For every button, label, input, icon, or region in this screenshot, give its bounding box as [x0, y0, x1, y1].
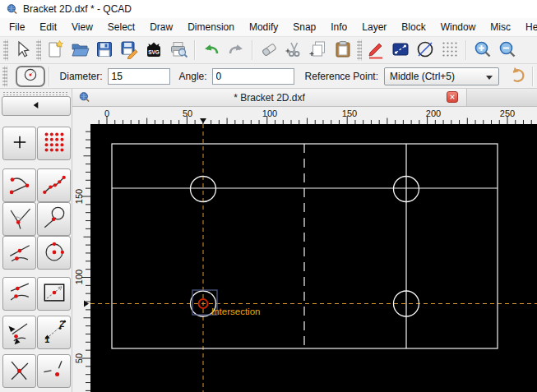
snap-on-entity-button[interactable]	[37, 168, 71, 202]
snap-intersection-manual-icon	[39, 355, 69, 387]
sidebar-collapse-button[interactable]	[2, 96, 71, 116]
document-tab-bar[interactable]: * Bracket 2D.dxf	[72, 89, 537, 107]
open-icon	[70, 39, 90, 62]
open-button[interactable]	[67, 39, 92, 62]
menu-window[interactable]: Window	[433, 19, 484, 35]
snap-perpendicular-button[interactable]	[2, 202, 36, 236]
snap-middle-button[interactable]	[2, 236, 36, 270]
menu-block[interactable]: Block	[394, 19, 433, 35]
snap-auto-button[interactable]	[2, 316, 36, 349]
property-editor-button[interactable]	[363, 39, 388, 62]
window-title: Bracket 2D.dxf * - QCAD	[23, 3, 132, 15]
reset-arrow-icon	[508, 66, 526, 86]
undo-button[interactable]	[199, 39, 224, 62]
horizontal-ruler: 050100150200250	[90, 107, 537, 124]
selection-filter-button[interactable]	[388, 39, 413, 62]
reset-button[interactable]	[506, 66, 529, 87]
snap-grid-button[interactable]	[37, 127, 71, 160]
grid-dots-button[interactable]	[437, 39, 462, 62]
diameter-input[interactable]	[108, 68, 170, 85]
snap-reference-button[interactable]	[37, 277, 71, 311]
svg-export-button[interactable]: SVG	[141, 39, 166, 62]
toolbar-drag-handle[interactable]	[2, 66, 7, 87]
svg-text:200: 200	[426, 108, 441, 118]
cut-button[interactable]	[281, 39, 306, 62]
snap-intersection-button[interactable]	[2, 354, 36, 388]
separator	[532, 67, 534, 86]
reference-point-label: Reference Point:	[305, 71, 378, 82]
snap-center-icon	[39, 237, 69, 269]
cad-snap-sidebar: 12	[0, 89, 72, 392]
menu-help[interactable]: Help	[518, 19, 537, 35]
zoom-out-icon	[498, 39, 517, 62]
toolbar-drag-handle[interactable]	[357, 39, 362, 61]
menu-dimension[interactable]: Dimension	[180, 19, 242, 35]
paste-button[interactable]	[331, 39, 355, 62]
menu-edit[interactable]: Edit	[32, 19, 64, 35]
tab-close-button[interactable]	[447, 91, 458, 103]
snap-distances-icon: 12	[39, 316, 69, 348]
pointer-button[interactable]	[10, 39, 35, 62]
svg-text:2: 2	[59, 319, 64, 329]
toolbar-drag-handle[interactable]	[36, 39, 41, 61]
menu-snap[interactable]: Snap	[285, 19, 323, 35]
draw-circle-button[interactable]	[413, 39, 437, 62]
redo-button[interactable]	[224, 39, 248, 62]
svg-text:250: 250	[500, 108, 515, 118]
pointer-icon	[12, 39, 32, 62]
svg-text:50: 50	[74, 353, 84, 363]
snap-auto-icon	[5, 316, 35, 348]
snap-grid-icon	[39, 127, 69, 159]
snap-tooltip: Intersection	[211, 307, 260, 316]
svg-text:150: 150	[74, 189, 84, 204]
snap-free-button[interactable]	[2, 127, 36, 160]
zoom-in-button[interactable]	[470, 39, 495, 62]
new-file-button[interactable]	[43, 39, 67, 62]
toolbar-drag-handle[interactable]	[3, 39, 8, 61]
separator	[194, 40, 196, 60]
snap-tangential-icon	[39, 203, 69, 235]
snap-intersection-manual-button[interactable]	[37, 354, 71, 388]
snap-nearest-button[interactable]	[2, 277, 36, 311]
undo-icon	[201, 39, 221, 62]
sidebar-drag-handle[interactable]	[2, 91, 68, 95]
svg-text:150: 150	[342, 108, 357, 118]
angle-input[interactable]	[212, 68, 294, 85]
svg-text:50: 50	[183, 108, 192, 118]
angle-label: Angle:	[179, 71, 207, 82]
menu-draw[interactable]: Draw	[142, 19, 180, 35]
zoom-out-button[interactable]	[495, 39, 520, 62]
menu-info[interactable]: Info	[323, 19, 354, 35]
save-as-button[interactable]	[117, 39, 141, 62]
menu-layer[interactable]: Layer	[354, 19, 394, 35]
menu-select[interactable]: Select	[100, 19, 142, 35]
active-tool-button[interactable]	[16, 66, 45, 87]
snap-distances-button[interactable]: 12	[37, 316, 71, 349]
menu-modify[interactable]: Modify	[242, 19, 285, 35]
reference-point-select[interactable]: Middle (Ctrl+5)	[384, 67, 499, 85]
save-button[interactable]	[92, 39, 117, 62]
erase-button[interactable]	[257, 39, 281, 62]
save-as-icon	[119, 39, 139, 62]
qcad-logo-icon	[6, 3, 18, 16]
drawing-canvas[interactable]: Intersection	[90, 124, 537, 392]
snap-center-button[interactable]	[37, 236, 71, 270]
menu-view[interactable]: View	[64, 19, 100, 35]
diameter-label: Diameter:	[60, 71, 103, 82]
new-file-icon	[45, 39, 65, 62]
draw-circle-icon	[415, 39, 435, 62]
main-toolbar: SVG	[0, 36, 537, 64]
menu-file[interactable]: File	[2, 19, 32, 35]
svg-text:100: 100	[262, 108, 277, 118]
copy-button[interactable]	[306, 39, 331, 62]
erase-icon	[259, 39, 279, 62]
menu-misc[interactable]: Misc	[483, 19, 518, 35]
property-editor-icon	[366, 39, 386, 62]
print-preview-button[interactable]	[166, 39, 191, 62]
snap-end-button[interactable]	[2, 168, 36, 202]
svg-text:100: 100	[74, 270, 84, 284]
menu-bar: FileEditViewSelectDrawDimensionModifySna…	[0, 18, 537, 36]
qcad-window: Bracket 2D.dxf * - QCAD FileEditViewSele…	[0, 0, 537, 392]
snap-perpendicular-icon	[5, 203, 35, 235]
snap-tangential-button[interactable]	[37, 202, 71, 236]
